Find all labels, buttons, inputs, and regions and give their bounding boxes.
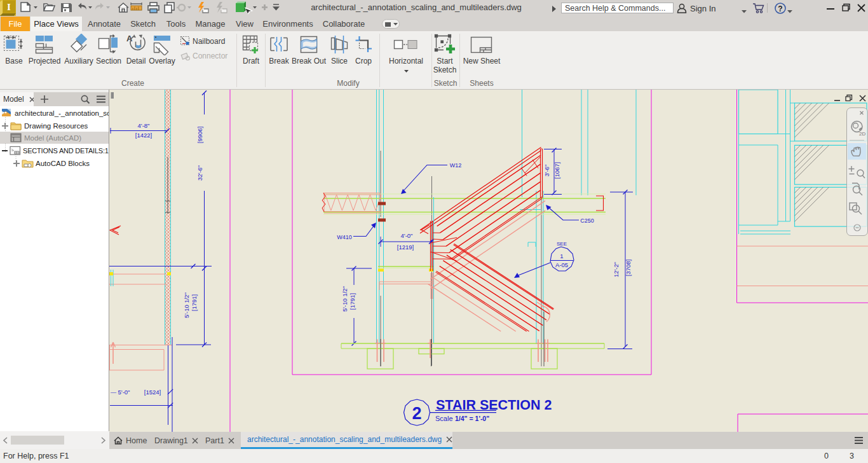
svg-text:[1791]: [1791]: [191, 294, 198, 311]
svg-text:[1791]: [1791]: [349, 293, 356, 310]
svg-text:W12: W12: [450, 162, 462, 169]
svg-text:[3708]: [3708]: [625, 259, 632, 276]
svg-text:5'-10 1/2": 5'-10 1/2": [341, 286, 348, 312]
svg-text:2: 2: [412, 404, 421, 423]
svg-text:5'-10 1/2": 5'-10 1/2": [183, 293, 190, 318]
svg-text:Scale: Scale: [435, 415, 453, 422]
svg-text:SEE: SEE: [557, 241, 567, 247]
svg-text:I: I: [7, 2, 11, 12]
svg-text:W410: W410: [337, 234, 352, 240]
svg-text:[1524]: [1524]: [144, 389, 161, 396]
svg-text:?: ?: [778, 4, 782, 13]
svg-text:12'-2": 12'-2": [613, 262, 620, 277]
svg-text:[1219]: [1219]: [397, 244, 414, 251]
svg-text:3'-6": 3'-6": [543, 165, 550, 177]
svg-text:[1422]: [1422]: [135, 132, 152, 139]
svg-text:[1067]: [1067]: [553, 162, 560, 179]
svg-text:32'-6": 32'-6": [196, 165, 203, 181]
svg-text:A-05: A-05: [555, 261, 568, 268]
svg-text:[9906]: [9906]: [196, 127, 203, 143]
svg-text:1/4" = 1'-0": 1/4" = 1'-0": [455, 415, 489, 422]
svg-text:—: —: [111, 389, 116, 396]
svg-text:1: 1: [560, 252, 563, 259]
svg-text:4'-0": 4'-0": [401, 232, 413, 239]
svg-text:2D: 2D: [859, 131, 865, 137]
svg-text:C250: C250: [580, 218, 594, 224]
svg-text:4'-8": 4'-8": [138, 122, 150, 129]
svg-text:5'-0": 5'-0": [118, 389, 130, 396]
